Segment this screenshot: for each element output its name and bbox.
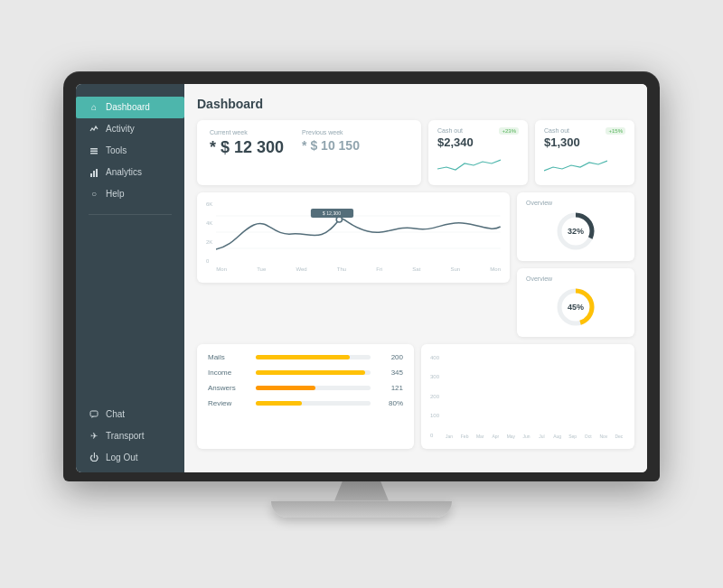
sidebar-label-transport: Transport	[106, 431, 144, 441]
donut-cards: Overview 32%	[517, 192, 634, 337]
column-chart-card: 400 300 200 100 0	[421, 344, 634, 449]
bar-track-review	[256, 401, 371, 406]
sidebar-item-logout[interactable]: ⏻ Log Out	[76, 447, 184, 469]
week-stats-card: Current week * $ 12 300 Previous week * …	[197, 120, 421, 185]
bar-fill-income	[256, 370, 365, 375]
main-content: Dashboard Current week * $ 12 300 Previo…	[184, 84, 647, 472]
activity-icon	[89, 124, 99, 135]
bar-list-row-income: Income 345	[208, 369, 403, 377]
tools-icon	[89, 145, 99, 156]
sidebar-label-activity: Activity	[106, 124, 135, 134]
analytics-icon	[89, 167, 99, 178]
line-chart-svg: $ 12,300	[216, 200, 501, 265]
bar-list-row-answers: Answers 121	[208, 384, 403, 392]
bar-list-card: Mails 200 Income 345	[197, 344, 414, 449]
sidebar-item-analytics[interactable]: Analytics	[76, 162, 184, 183]
bar-label-answers: Answers	[208, 384, 249, 392]
bar-fill-answers	[256, 386, 315, 390]
col-x-sep: Sep	[568, 434, 577, 439]
sidebar-label-logout: Log Out	[106, 453, 138, 462]
previous-week-label: Previous week	[302, 129, 360, 135]
cash-card-1: Cash out +23% $2,340	[428, 120, 528, 185]
col-x-mar: Mar	[476, 434, 484, 439]
col-x-jan: Jan	[446, 434, 453, 439]
bar-value-mails: 200	[378, 353, 403, 361]
monitor-wrapper: ⌂ Dashboard Activity Tools	[54, 71, 669, 518]
bar-label-mails: Mails	[208, 353, 249, 361]
col-x-jun: Jun	[522, 434, 530, 439]
monitor-base	[271, 501, 452, 518]
sidebar-item-activity[interactable]: Activity	[76, 118, 184, 140]
svg-rect-2	[90, 153, 98, 154]
col-x-may: May	[507, 434, 515, 439]
sidebar-item-help[interactable]: ○ Help	[76, 183, 184, 205]
svg-rect-4	[93, 171, 95, 177]
sidebar-item-dashboard[interactable]: ⌂ Dashboard	[76, 97, 184, 118]
current-week-value: * $ 12 300	[210, 138, 284, 157]
cash-sparkline-2	[544, 153, 607, 174]
screen: ⌂ Dashboard Activity Tools	[76, 84, 647, 472]
sidebar-top-section: ⌂ Dashboard Activity Tools	[76, 93, 184, 209]
current-week-stat: Current week * $ 12 300	[210, 129, 284, 176]
monitor-body: ⌂ Dashboard Activity Tools	[63, 71, 660, 481]
col-x-aug: Aug	[553, 434, 561, 439]
svg-text:$ 12,300: $ 12,300	[323, 210, 342, 216]
x-label-tue: Tue	[257, 266, 266, 272]
col-y-300: 300	[430, 374, 439, 379]
x-label-mon2: Mon	[490, 266, 501, 272]
svg-rect-3	[90, 173, 92, 177]
col-y-100: 100	[430, 413, 439, 418]
sidebar-label-tools: Tools	[106, 145, 127, 155]
cash-value-1: $2,340	[437, 135, 519, 149]
current-week-label: Current week	[210, 129, 284, 135]
sidebar-item-transport[interactable]: ✈ Transport	[76, 425, 184, 447]
sidebar-label-analytics: Analytics	[106, 167, 142, 177]
col-x-apr: Apr	[492, 434, 499, 439]
y-label-0: 0	[206, 258, 212, 264]
bar-value-income: 345	[378, 369, 403, 377]
y-label-6k: 6K	[206, 201, 212, 207]
donut-value-2: 45%	[568, 303, 584, 312]
previous-week-stat: Previous week * $ 10 150	[302, 129, 360, 176]
x-label-mon1: Mon	[216, 266, 227, 272]
col-x-jul: Jul	[539, 434, 544, 439]
chat-icon	[89, 409, 99, 420]
y-label-2k: 2K	[206, 239, 212, 245]
logout-icon: ⏻	[89, 453, 99, 463]
bar-value-answers: 121	[378, 384, 403, 392]
sidebar-label-chat: Chat	[106, 409, 125, 419]
home-icon: ⌂	[89, 102, 99, 113]
col-x-feb: Feb	[461, 434, 469, 439]
bar-fill-mails	[256, 355, 350, 359]
y-label-4k: 4K	[206, 220, 212, 226]
cash-card-2: Cash out +15% $1,300	[535, 120, 634, 185]
sidebar-item-chat[interactable]: Chat	[76, 404, 184, 425]
bar-label-income: Income	[208, 369, 249, 377]
bar-list-row-review: Review 80%	[208, 399, 403, 407]
col-x-dec: Dec	[615, 434, 623, 439]
x-label-wed: Wed	[296, 266, 306, 272]
bar-value-review: 80%	[378, 399, 403, 407]
sidebar-bottom-section: Chat ✈ Transport ⏻ Log Out	[76, 400, 184, 472]
sidebar-item-tools[interactable]: Tools	[76, 140, 184, 162]
donut-label-2: Overview	[526, 275, 552, 282]
col-y-400: 400	[430, 355, 439, 360]
x-label-sun: Sun	[450, 266, 460, 272]
line-chart-card: 6K 4K 2K 0	[197, 192, 510, 283]
svg-rect-0	[90, 148, 98, 150]
bar-track-income	[256, 370, 371, 375]
transport-icon: ✈	[89, 431, 99, 442]
sidebar-divider	[89, 214, 172, 215]
help-icon: ○	[89, 189, 99, 200]
col-x-oct: Oct	[585, 434, 592, 439]
svg-rect-1	[90, 150, 98, 152]
sidebar: ⌂ Dashboard Activity Tools	[76, 84, 184, 472]
bottom-row: Mails 200 Income 345	[197, 344, 634, 449]
sidebar-label-help: Help	[106, 189, 125, 199]
x-label-sat: Sat	[412, 266, 420, 272]
bar-label-review: Review	[208, 399, 249, 407]
top-stats-row: Current week * $ 12 300 Previous week * …	[197, 120, 634, 185]
x-label-fri: Fri	[376, 266, 382, 272]
cash-badge-1: +23%	[499, 127, 519, 135]
monitor-neck	[334, 481, 389, 501]
